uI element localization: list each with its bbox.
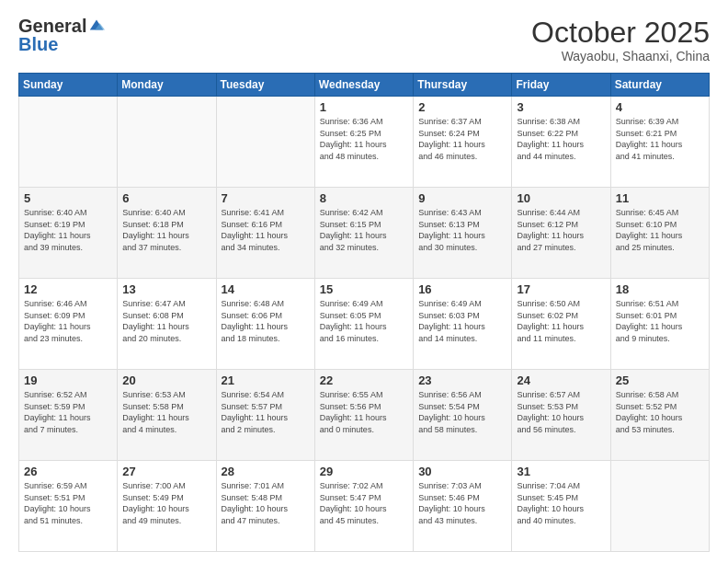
day-info: Sunrise: 6:42 AM Sunset: 6:15 PM Dayligh… [320,207,408,253]
table-row: 21Sunrise: 6:54 AM Sunset: 5:57 PM Dayli… [216,370,314,461]
day-info: Sunrise: 6:40 AM Sunset: 6:18 PM Dayligh… [122,207,210,253]
day-number: 21 [222,373,310,387]
day-number: 20 [122,373,210,387]
logo: General Blue [18,17,105,53]
day-info: Sunrise: 6:59 AM Sunset: 5:51 PM Dayligh… [24,480,112,526]
day-info: Sunrise: 6:49 AM Sunset: 6:03 PM Dayligh… [418,298,506,344]
day-info: Sunrise: 6:39 AM Sunset: 6:21 PM Dayligh… [616,116,704,162]
month-title: October 2025 [531,17,710,49]
day-info: Sunrise: 6:38 AM Sunset: 6:22 PM Dayligh… [517,116,605,162]
day-number: 3 [517,100,605,114]
day-number: 5 [24,191,112,205]
day-info: Sunrise: 6:56 AM Sunset: 5:54 PM Dayligh… [418,389,506,435]
table-row: 5Sunrise: 6:40 AM Sunset: 6:19 PM Daylig… [19,188,118,279]
calendar-row: 1Sunrise: 6:36 AM Sunset: 6:25 PM Daylig… [19,97,710,188]
day-info: Sunrise: 6:36 AM Sunset: 6:25 PM Dayligh… [320,116,408,162]
day-info: Sunrise: 6:37 AM Sunset: 6:24 PM Dayligh… [418,116,506,162]
day-info: Sunrise: 6:53 AM Sunset: 5:58 PM Dayligh… [122,389,210,435]
day-number: 30 [418,465,506,478]
day-number: 12 [24,282,112,296]
table-row: 13Sunrise: 6:47 AM Sunset: 6:08 PM Dayli… [118,279,216,370]
table-row: 14Sunrise: 6:48 AM Sunset: 6:06 PM Dayli… [216,279,314,370]
table-row: 28Sunrise: 7:01 AM Sunset: 5:48 PM Dayli… [216,461,314,552]
table-row: 29Sunrise: 7:02 AM Sunset: 5:47 PM Dayli… [314,461,413,552]
table-row: 20Sunrise: 6:53 AM Sunset: 5:58 PM Dayli… [118,370,216,461]
day-info: Sunrise: 7:00 AM Sunset: 5:49 PM Dayligh… [122,480,210,526]
table-row: 22Sunrise: 6:55 AM Sunset: 5:56 PM Dayli… [314,370,413,461]
day-info: Sunrise: 6:40 AM Sunset: 6:19 PM Dayligh… [24,207,112,253]
day-info: Sunrise: 7:04 AM Sunset: 5:45 PM Dayligh… [517,480,605,526]
day-info: Sunrise: 6:58 AM Sunset: 5:52 PM Dayligh… [616,389,704,435]
day-number: 7 [222,191,310,205]
day-number: 6 [122,191,210,205]
table-row: 2Sunrise: 6:37 AM Sunset: 6:24 PM Daylig… [414,97,512,188]
table-row: 30Sunrise: 7:03 AM Sunset: 5:46 PM Dayli… [414,461,512,552]
day-number: 25 [616,373,704,387]
logo-icon [88,17,105,33]
day-info: Sunrise: 6:50 AM Sunset: 6:02 PM Dayligh… [517,298,605,344]
day-info: Sunrise: 6:46 AM Sunset: 6:09 PM Dayligh… [24,298,112,344]
table-row: 23Sunrise: 6:56 AM Sunset: 5:54 PM Dayli… [414,370,512,461]
table-row: 17Sunrise: 6:50 AM Sunset: 6:02 PM Dayli… [512,279,610,370]
table-row: 25Sunrise: 6:58 AM Sunset: 5:52 PM Dayli… [610,370,709,461]
day-number: 24 [517,373,605,387]
calendar-row: 26Sunrise: 6:59 AM Sunset: 5:51 PM Dayli… [19,461,710,552]
table-row: 8Sunrise: 6:42 AM Sunset: 6:15 PM Daylig… [314,188,413,279]
day-number: 26 [24,465,112,478]
day-number: 31 [517,465,605,478]
day-number: 1 [320,100,408,114]
logo-general: General [18,17,86,35]
day-info: Sunrise: 6:44 AM Sunset: 6:12 PM Dayligh… [517,207,605,253]
location-title: Wayaobu, Shaanxi, China [531,49,710,63]
day-number: 9 [418,191,506,205]
table-row [19,97,118,188]
day-info: Sunrise: 6:55 AM Sunset: 5:56 PM Dayligh… [320,389,408,435]
day-info: Sunrise: 7:01 AM Sunset: 5:48 PM Dayligh… [222,480,310,526]
table-row [118,97,216,188]
header-thursday: Thursday [414,74,512,97]
table-row: 24Sunrise: 6:57 AM Sunset: 5:53 PM Dayli… [512,370,610,461]
table-row: 31Sunrise: 7:04 AM Sunset: 5:45 PM Dayli… [512,461,610,552]
day-number: 14 [222,282,310,296]
table-row: 11Sunrise: 6:45 AM Sunset: 6:10 PM Dayli… [610,188,709,279]
day-number: 22 [320,373,408,387]
header-monday: Monday [118,74,216,97]
table-row: 1Sunrise: 6:36 AM Sunset: 6:25 PM Daylig… [314,97,413,188]
table-row: 27Sunrise: 7:00 AM Sunset: 5:49 PM Dayli… [118,461,216,552]
header-tuesday: Tuesday [216,74,314,97]
header-friday: Friday [512,74,610,97]
day-info: Sunrise: 6:47 AM Sunset: 6:08 PM Dayligh… [122,298,210,344]
calendar-row: 12Sunrise: 6:46 AM Sunset: 6:09 PM Dayli… [19,279,710,370]
day-number: 29 [320,465,408,478]
table-row [610,461,709,552]
calendar-row: 19Sunrise: 6:52 AM Sunset: 5:59 PM Dayli… [19,370,710,461]
table-row: 18Sunrise: 6:51 AM Sunset: 6:01 PM Dayli… [610,279,709,370]
day-number: 17 [517,282,605,296]
page: General Blue October 2025 Wayaobu, Shaan… [0,0,728,563]
day-number: 13 [122,282,210,296]
day-number: 15 [320,282,408,296]
logo-blue: Blue [18,34,58,54]
day-info: Sunrise: 6:51 AM Sunset: 6:01 PM Dayligh… [616,298,704,344]
day-number: 11 [616,191,704,205]
table-row: 6Sunrise: 6:40 AM Sunset: 6:18 PM Daylig… [118,188,216,279]
calendar-row: 5Sunrise: 6:40 AM Sunset: 6:19 PM Daylig… [19,188,710,279]
table-row: 15Sunrise: 6:49 AM Sunset: 6:05 PM Dayli… [314,279,413,370]
day-number: 2 [418,100,506,114]
table-row: 19Sunrise: 6:52 AM Sunset: 5:59 PM Dayli… [19,370,118,461]
table-row [216,97,314,188]
calendar-table: Sunday Monday Tuesday Wednesday Thursday… [18,73,710,552]
table-row: 10Sunrise: 6:44 AM Sunset: 6:12 PM Dayli… [512,188,610,279]
header-wednesday: Wednesday [314,74,413,97]
day-number: 4 [616,100,704,114]
day-info: Sunrise: 6:41 AM Sunset: 6:16 PM Dayligh… [222,207,310,253]
table-row: 9Sunrise: 6:43 AM Sunset: 6:13 PM Daylig… [414,188,512,279]
day-number: 18 [616,282,704,296]
day-number: 28 [222,465,310,478]
day-info: Sunrise: 6:54 AM Sunset: 5:57 PM Dayligh… [222,389,310,435]
header-sunday: Sunday [19,74,118,97]
day-number: 16 [418,282,506,296]
table-row: 4Sunrise: 6:39 AM Sunset: 6:21 PM Daylig… [610,97,709,188]
day-number: 8 [320,191,408,205]
table-row: 12Sunrise: 6:46 AM Sunset: 6:09 PM Dayli… [19,279,118,370]
